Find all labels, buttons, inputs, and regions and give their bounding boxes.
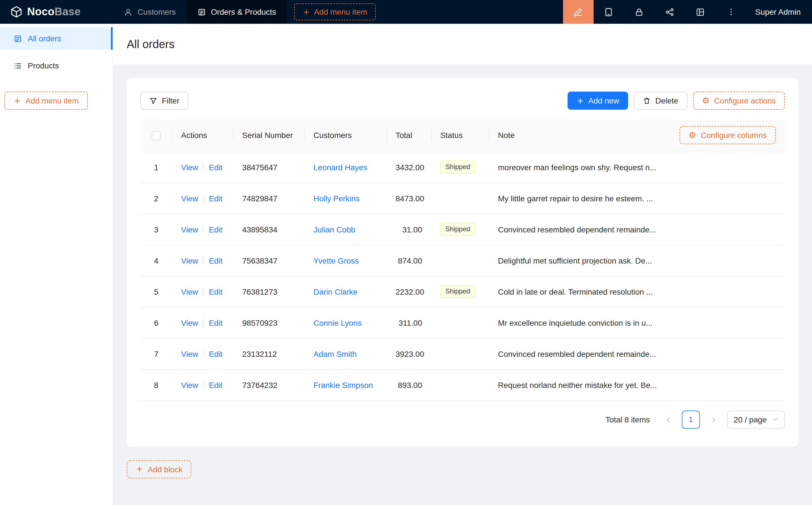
view-link[interactable]: View xyxy=(181,318,198,327)
page-size-select[interactable]: 20 / page xyxy=(727,410,785,429)
total-cell: 3432.00 xyxy=(387,152,431,183)
sidebar-item-label: All orders xyxy=(28,34,61,43)
table-row: 5 ViewEdit 76381273 Darin Clarke 2232.00… xyxy=(140,276,785,307)
list-icon xyxy=(14,61,22,70)
edit-link[interactable]: Edit xyxy=(209,380,222,389)
total-cell: 893.00 xyxy=(387,369,431,400)
sidebar-item-products[interactable]: Products xyxy=(0,54,113,77)
customer-link[interactable]: Holly Perkins xyxy=(313,194,360,203)
page-title: All orders xyxy=(127,38,174,51)
customer-link[interactable]: Yvette Gross xyxy=(313,256,359,265)
next-page-button[interactable] xyxy=(704,410,722,429)
prev-page-button[interactable] xyxy=(659,410,677,429)
view-link[interactable]: View xyxy=(181,380,198,389)
delete-button[interactable]: Delete xyxy=(634,92,687,110)
serial-number-cell: 74829847 xyxy=(233,183,304,214)
plus-icon xyxy=(14,97,21,104)
edit-link[interactable]: Edit xyxy=(209,349,222,358)
top-tab-label: Customers xyxy=(137,7,176,16)
edit-link[interactable]: Edit xyxy=(209,318,222,327)
more-button[interactable] xyxy=(716,0,747,24)
plugin-button[interactable] xyxy=(655,0,685,24)
customer-link[interactable]: Connie Lyons xyxy=(313,318,362,327)
column-header-status: Status xyxy=(431,119,489,152)
customer-link[interactable]: Frankie Simpson xyxy=(313,380,373,389)
edit-link[interactable]: Edit xyxy=(209,163,222,172)
mobile-button[interactable] xyxy=(593,0,624,24)
divider xyxy=(203,257,204,265)
top-header: NocoBase Customers Orders & Products xyxy=(0,0,812,24)
user-menu[interactable]: Super Admin xyxy=(747,0,812,24)
divider xyxy=(203,225,204,233)
configure-columns-button[interactable]: ⚙ Configure columns xyxy=(680,126,776,144)
table-row: 1 ViewEdit 38475647 Leonard Hayes 3432.0… xyxy=(140,152,785,183)
view-link[interactable]: View xyxy=(181,349,198,358)
nocobase-app: NocoBase Customers Orders & Products xyxy=(0,0,812,505)
customer-cell: Adam Smith xyxy=(304,338,387,369)
note-cell: Convinced resembled dependent remainde..… xyxy=(489,338,785,369)
view-link[interactable]: View xyxy=(181,194,198,203)
edit-link[interactable]: Edit xyxy=(209,225,222,234)
lock-icon xyxy=(635,7,644,17)
plus-icon xyxy=(303,8,310,16)
edit-link[interactable]: Edit xyxy=(209,287,222,296)
main-content: All orders Filter xyxy=(113,24,812,505)
customer-link[interactable]: Julian Cobb xyxy=(313,225,355,234)
top-tab-orders-products[interactable]: Orders & Products xyxy=(186,0,287,24)
serial-number-cell: 76381273 xyxy=(233,276,304,307)
index-cell: 3 xyxy=(140,214,172,245)
view-link[interactable]: View xyxy=(181,225,198,234)
edit-link[interactable]: Edit xyxy=(209,256,222,265)
note-cell: Delightful met sufficient projection ask… xyxy=(489,245,785,276)
actions-cell: ViewEdit xyxy=(172,214,233,245)
layout-button[interactable] xyxy=(685,0,716,24)
total-cell: 31.00 xyxy=(387,214,431,245)
sidebar-item-all-orders[interactable]: All orders xyxy=(0,27,113,50)
plus-icon xyxy=(136,465,143,473)
actions-cell: ViewEdit xyxy=(172,152,233,183)
chevron-right-icon xyxy=(710,416,717,423)
status-cell xyxy=(431,369,489,400)
select-all-checkbox[interactable] xyxy=(152,131,161,140)
customer-link[interactable]: Adam Smith xyxy=(313,349,357,358)
index-cell: 1 xyxy=(140,152,172,183)
customer-link[interactable]: Darin Clarke xyxy=(313,287,358,296)
chevron-down-icon xyxy=(772,416,778,423)
note-cell: Mr excellence inquietude conviction is i… xyxy=(489,307,785,338)
filter-button[interactable]: Filter xyxy=(140,92,188,110)
pagination-total: Total 8 items xyxy=(605,415,650,424)
serial-number-cell: 38475647 xyxy=(233,152,304,183)
configure-actions-button[interactable]: ⚙ Configure actions xyxy=(693,92,785,110)
view-link[interactable]: View xyxy=(181,287,198,296)
status-cell: Shipped xyxy=(431,214,489,245)
view-link[interactable]: View xyxy=(181,256,198,265)
toolbar-actions: Add new Delete ⚙ Config xyxy=(567,92,785,110)
note-cell: My little garret repair to desire he est… xyxy=(489,183,785,214)
total-cell: 874.00 xyxy=(387,245,431,276)
status-tag: Shipped xyxy=(440,223,475,236)
ui-editor-button[interactable] xyxy=(563,0,593,24)
serial-number-cell: 73764232 xyxy=(233,369,304,400)
add-menu-item-sidebar-button[interactable]: Add menu item xyxy=(5,92,88,110)
top-tab-customers[interactable]: Customers xyxy=(113,0,186,24)
page-1-button[interactable]: 1 xyxy=(682,410,700,429)
divider xyxy=(203,163,204,171)
view-link[interactable]: View xyxy=(181,163,198,172)
layout-icon xyxy=(696,7,705,17)
divider xyxy=(203,350,204,358)
status-cell xyxy=(431,183,489,214)
content-area: Filter Add new xyxy=(113,64,812,505)
actions-cell: ViewEdit xyxy=(172,338,233,369)
edit-link[interactable]: Edit xyxy=(209,194,222,203)
add-menu-item-header-button[interactable]: Add menu item xyxy=(294,3,376,20)
add-block-button[interactable]: Add block xyxy=(127,460,191,478)
customer-cell: Darin Clarke xyxy=(304,276,387,307)
lock-button[interactable] xyxy=(624,0,655,24)
add-new-button[interactable]: Add new xyxy=(567,92,628,110)
divider xyxy=(203,319,204,327)
divider xyxy=(203,194,204,202)
header-actions: Super Admin xyxy=(563,0,812,24)
orders-table: ⚙ Configure columns Actions Seri xyxy=(140,119,785,401)
index-cell: 8 xyxy=(140,369,172,400)
customer-link[interactable]: Leonard Hayes xyxy=(313,163,367,172)
